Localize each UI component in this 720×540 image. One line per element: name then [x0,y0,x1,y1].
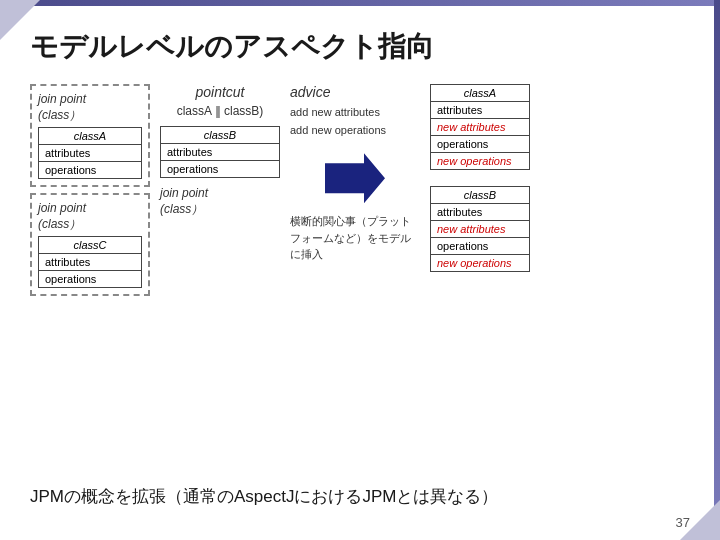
transformation-arrow [325,153,385,203]
class-a-right-new-attributes: new attributes [431,119,529,136]
class-b-right-new-attributes: new attributes [431,221,529,238]
uml-class-a-right: classA attributes new attributes operati… [430,84,530,170]
pointcut-label: pointcut [195,84,244,100]
advice-title: advice [290,84,420,100]
pointcut-expr: classA ‖ classB) [177,104,264,118]
slide-title: モデルレベルのアスペクト指向 [30,28,690,66]
advice-column: advice add new attributes add new operat… [290,84,420,263]
class-a-right-name: classA [431,85,529,102]
class-a-right-attributes: attributes [431,102,529,119]
class-a-right-operations: operations [431,136,529,153]
class-b-right-operations: operations [431,238,529,255]
class-a-right-new-operations: new operations [431,153,529,169]
class-c-operations: operations [39,271,141,287]
right-column: classA attributes new attributes operati… [430,84,530,272]
top-accent-bar [0,0,720,6]
main-content: join point(class） classA attributes oper… [30,84,690,296]
class-b-right-attributes: attributes [431,204,529,221]
join-point-group-2: join point(class） classC attributes oper… [30,193,150,296]
uml-class-c: classC attributes operations [38,236,142,288]
slide-number: 37 [676,515,690,530]
left-column: join point(class） classA attributes oper… [30,84,150,296]
japanese-line1: 横断的関心事（プラット [290,215,411,227]
advice-line2: add new operations [290,124,386,136]
uml-class-b-right: classB attributes new attributes operati… [430,186,530,272]
join-point-group-1: join point(class） classA attributes oper… [30,84,150,187]
class-b-mid-name: classB [161,127,279,144]
class-a-attributes: attributes [39,145,141,162]
class-b-mid-operations: operations [161,161,279,177]
class-a-operations: operations [39,162,141,178]
class-b-right-name: classB [431,187,529,204]
join-point-label-1: join point(class） [38,92,142,123]
class-c-attributes: attributes [39,254,141,271]
class-c-name: classC [39,237,141,254]
japanese-text-block: 横断的関心事（プラット フォームなど）をモデル に挿入 [290,213,420,263]
class-b-right-new-operations: new operations [431,255,529,271]
advice-text: add new attributes add new operations [290,104,420,139]
japanese-line3: に挿入 [290,248,323,260]
uml-class-a-left: classA attributes operations [38,127,142,179]
join-point-label-mid: join point(class） [160,186,280,217]
bottom-text: JPMの概念を拡張（通常のAspectJにおけるJPMとは異なる） [30,485,690,508]
arrow-area [290,153,420,203]
class-a-name: classA [39,128,141,145]
japanese-line2: フォームなど）をモデル [290,232,411,244]
class-b-mid-attributes: attributes [161,144,279,161]
join-point-label-2: join point(class） [38,201,142,232]
side-accent-bar [714,0,720,540]
uml-class-b-mid: classB attributes operations [160,126,280,178]
pointcut-boxes: classB attributes operations join point(… [160,126,280,221]
middle-column: pointcut classA ‖ classB) classB attribu… [160,84,280,221]
advice-line1: add new attributes [290,106,380,118]
